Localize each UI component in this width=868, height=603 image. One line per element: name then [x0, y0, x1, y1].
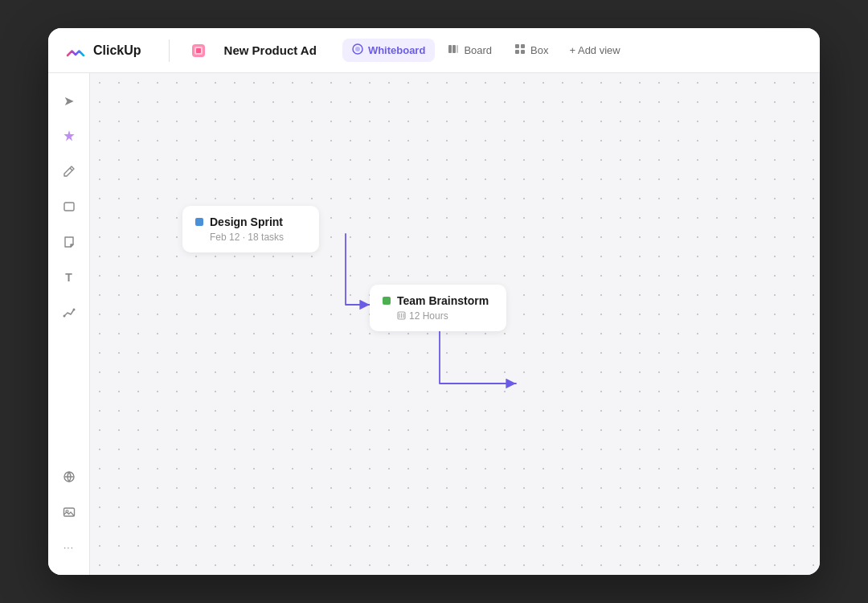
project-icon	[189, 41, 208, 60]
tab-whiteboard[interactable]: Whiteboard	[342, 39, 436, 62]
canvas-area[interactable]: Design Sprint Feb 12 · 18 tasks Team Bra…	[90, 73, 820, 575]
svg-rect-8	[515, 44, 519, 48]
clickup-logo-icon	[64, 39, 87, 62]
box-tab-label: Box	[530, 44, 548, 56]
tab-box[interactable]: Box	[505, 39, 558, 62]
board-tab-label: Board	[464, 44, 492, 56]
board-icon	[448, 43, 459, 57]
card1-header: Design Sprint	[195, 215, 306, 228]
image-tool[interactable]	[55, 498, 84, 527]
tab-board[interactable]: Board	[438, 39, 502, 62]
logo-text: ClickUp	[93, 43, 141, 58]
rectangle-tool[interactable]	[55, 192, 84, 221]
svg-point-13	[63, 315, 65, 318]
card1-title: Design Sprint	[210, 215, 283, 228]
more-tool[interactable]: ···	[55, 533, 84, 562]
card2-sub-text: 12 Hours	[409, 310, 448, 322]
cursor-tool[interactable]: ➤	[55, 86, 84, 115]
card2-dot	[383, 297, 391, 305]
main-content: ➤	[48, 73, 820, 575]
svg-point-14	[72, 309, 75, 311]
nav-tabs: Whiteboard Board	[342, 39, 628, 62]
svg-rect-7	[457, 45, 458, 53]
pen-tool[interactable]	[55, 157, 84, 186]
globe-tool[interactable]	[55, 462, 84, 491]
design-sprint-card[interactable]: Design Sprint Feb 12 · 18 tasks	[182, 206, 319, 252]
card2-header: Team Brainstorm	[383, 294, 493, 307]
text-tool[interactable]: T	[55, 263, 84, 292]
toolbar: ➤	[48, 73, 90, 575]
logo-area: ClickUp	[64, 39, 141, 62]
svg-rect-6	[452, 45, 456, 53]
card2-title: Team Brainstorm	[397, 294, 489, 307]
ai-tool[interactable]	[55, 121, 84, 150]
svg-rect-11	[521, 50, 525, 54]
box-icon	[514, 43, 526, 57]
card2-sub: 12 Hours	[397, 310, 493, 322]
svg-rect-12	[64, 203, 74, 211]
app-window: ClickUp New Product Ad Whiteboard	[48, 28, 820, 575]
svg-rect-9	[521, 44, 525, 48]
clock-icon	[397, 311, 406, 322]
connect-tool[interactable]	[55, 298, 84, 327]
whiteboard-tab-label: Whiteboard	[368, 44, 426, 56]
header-divider	[169, 39, 170, 62]
card1-meta: Feb 12 · 18 tasks	[210, 232, 306, 243]
svg-rect-5	[448, 45, 452, 53]
card1-dot	[195, 218, 203, 226]
svg-rect-2	[196, 48, 201, 53]
svg-point-4	[355, 47, 360, 51]
team-brainstorm-card[interactable]: Team Brainstorm 12 Hours	[370, 285, 506, 331]
project-title: New Product Ad	[224, 43, 317, 57]
add-view-label: + Add view	[569, 44, 620, 56]
note-tool[interactable]	[55, 228, 84, 256]
svg-rect-10	[515, 50, 519, 54]
add-view-button[interactable]: + Add view	[561, 39, 628, 61]
header: ClickUp New Product Ad Whiteboard	[48, 28, 820, 73]
whiteboard-icon	[352, 43, 363, 57]
